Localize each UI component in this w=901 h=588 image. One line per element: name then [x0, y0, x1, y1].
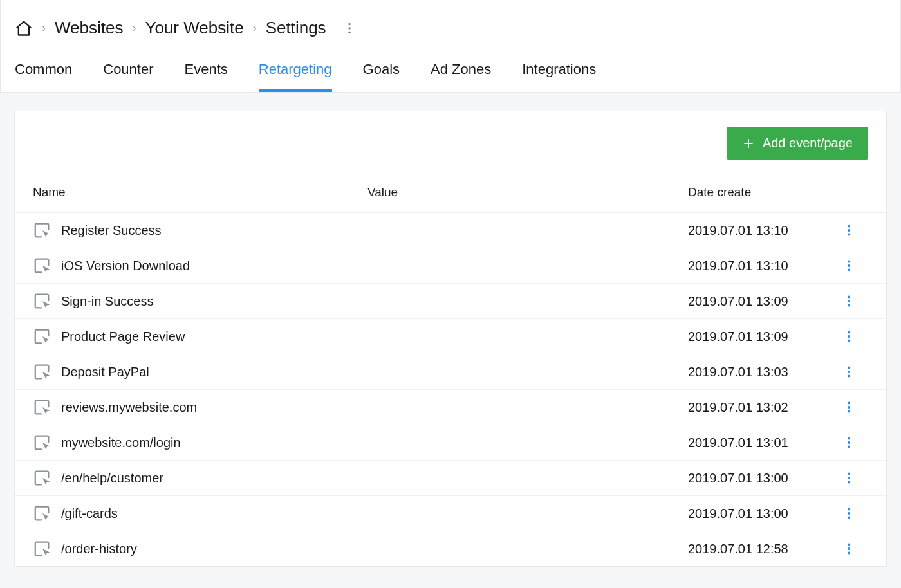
event-page-icon [33, 398, 52, 417]
svg-point-12 [848, 300, 850, 302]
tab-ad-zones[interactable]: Ad Zones [431, 50, 491, 92]
svg-point-21 [848, 406, 850, 409]
row-menu-icon[interactable] [830, 329, 868, 344]
svg-point-20 [848, 402, 850, 405]
svg-point-25 [848, 445, 850, 448]
event-page-icon [33, 291, 52, 311]
svg-point-14 [848, 331, 850, 334]
svg-point-24 [848, 441, 850, 444]
page-header: › Websites › Your Website › Settings Com… [0, 0, 901, 93]
svg-point-26 [848, 473, 850, 475]
svg-point-30 [848, 512, 850, 515]
row-name[interactable]: reviews.mywebsite.com [61, 400, 197, 415]
table-row: mywebsite.com/login2019.07.01 13:01 [15, 425, 886, 461]
table-row: Sign-in Success2019.07.01 13:09 [15, 284, 886, 319]
event-page-icon [33, 221, 52, 240]
row-date: 2019.07.01 12:58 [688, 542, 830, 556]
tab-retargeting[interactable]: Retargeting [259, 50, 332, 92]
tab-integrations[interactable]: Integrations [522, 50, 596, 92]
content: Add event/page Name Value Date create Re… [0, 93, 901, 585]
svg-point-28 [848, 481, 850, 483]
svg-point-0 [348, 23, 351, 25]
chevron-right-icon: › [42, 21, 46, 35]
add-event-page-button[interactable]: Add event/page [727, 127, 868, 160]
svg-point-15 [848, 335, 850, 338]
event-page-icon [33, 468, 52, 488]
row-menu-icon[interactable] [830, 259, 868, 273]
table-row: /gift-cards2019.07.01 13:00 [15, 496, 886, 531]
tab-common[interactable]: Common [15, 50, 72, 92]
tab-events[interactable]: Events [185, 50, 228, 92]
table-row: Deposit PayPal2019.07.01 13:03 [15, 354, 886, 390]
row-name[interactable]: /order-history [61, 542, 137, 556]
svg-point-18 [848, 371, 850, 373]
event-page-icon [33, 362, 52, 381]
tabs: CommonCounterEventsRetargetingGoalsAd Zo… [1, 50, 900, 92]
row-name[interactable]: Deposit PayPal [61, 365, 149, 380]
row-name[interactable]: Register Success [61, 223, 162, 238]
event-page-icon [33, 256, 52, 275]
event-page-icon [33, 504, 52, 523]
tab-goals[interactable]: Goals [363, 50, 400, 92]
home-icon[interactable] [15, 19, 33, 37]
row-menu-icon[interactable] [830, 436, 868, 450]
svg-point-13 [848, 304, 850, 306]
event-page-icon [33, 539, 52, 558]
svg-point-29 [848, 508, 850, 511]
row-date: 2019.07.01 13:01 [688, 436, 830, 450]
row-name[interactable]: Product Page Review [61, 329, 185, 344]
breadcrumb-item-settings[interactable]: Settings [266, 18, 326, 38]
add-button-label: Add event/page [763, 136, 853, 151]
row-date: 2019.07.01 13:03 [688, 365, 830, 380]
row-menu-icon[interactable] [830, 294, 868, 308]
table-header: Name Value Date create [15, 167, 886, 213]
name-cell: /order-history [33, 539, 367, 558]
breadcrumb-item-your-website[interactable]: Your Website [145, 18, 243, 38]
name-cell: /en/help/customer [33, 468, 367, 488]
name-cell: Sign-in Success [33, 291, 367, 311]
more-menu-icon[interactable] [340, 19, 358, 37]
table-row: reviews.mywebsite.com2019.07.01 13:02 [15, 390, 886, 425]
svg-point-27 [848, 477, 850, 479]
plus-icon [742, 137, 755, 150]
row-name[interactable]: iOS Version Download [61, 259, 190, 273]
tab-counter[interactable]: Counter [103, 50, 153, 92]
event-page-icon [33, 327, 52, 346]
chevron-right-icon: › [253, 21, 257, 35]
row-name[interactable]: Sign-in Success [61, 294, 153, 309]
col-value: Value [367, 185, 688, 199]
svg-point-22 [848, 410, 850, 412]
table-row: /order-history2019.07.01 12:58 [15, 531, 886, 566]
row-date: 2019.07.01 13:09 [688, 329, 830, 344]
col-date: Date create [688, 185, 830, 199]
svg-point-23 [848, 437, 850, 440]
svg-point-19 [848, 374, 850, 377]
breadcrumb: › Websites › Your Website › Settings [1, 0, 900, 50]
row-menu-icon[interactable] [830, 506, 868, 520]
svg-point-10 [848, 268, 850, 271]
table-row: Register Success2019.07.01 13:10 [15, 213, 886, 248]
row-menu-icon[interactable] [830, 223, 868, 237]
svg-point-8 [848, 261, 850, 263]
breadcrumb-item-websites[interactable]: Websites [55, 18, 123, 38]
name-cell: Register Success [33, 221, 367, 240]
row-menu-icon[interactable] [830, 400, 868, 414]
row-name[interactable]: /en/help/customer [61, 471, 163, 486]
name-cell: iOS Version Download [33, 256, 367, 275]
name-cell: Deposit PayPal [33, 362, 367, 381]
name-cell: reviews.mywebsite.com [33, 398, 367, 417]
svg-point-34 [848, 551, 850, 554]
row-date: 2019.07.01 13:10 [688, 223, 830, 238]
chevron-right-icon: › [132, 21, 136, 35]
row-name[interactable]: mywebsite.com/login [61, 436, 181, 450]
row-menu-icon[interactable] [830, 471, 868, 485]
row-date: 2019.07.01 13:00 [688, 506, 830, 521]
event-page-icon [33, 433, 52, 452]
table-row: iOS Version Download2019.07.01 13:10 [15, 248, 886, 284]
row-menu-icon[interactable] [830, 542, 868, 556]
retargeting-panel: Add event/page Name Value Date create Re… [14, 111, 887, 567]
row-name[interactable]: /gift-cards [61, 506, 118, 521]
svg-point-31 [848, 516, 850, 519]
svg-point-11 [848, 296, 850, 299]
row-menu-icon[interactable] [830, 365, 868, 379]
